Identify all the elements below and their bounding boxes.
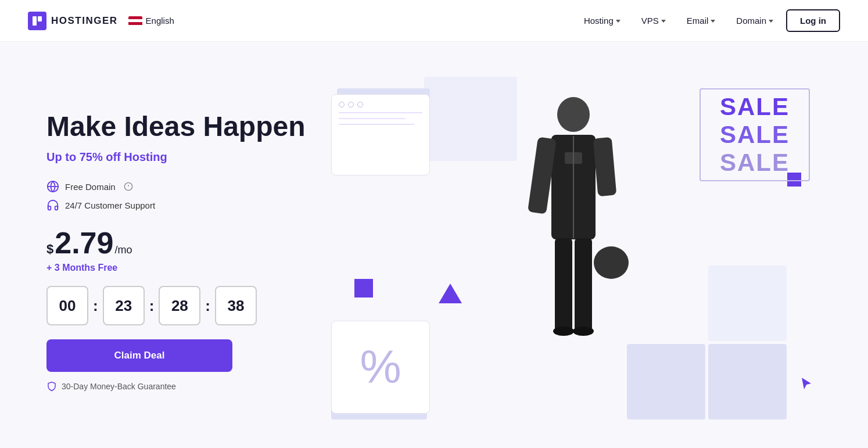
claim-deal-button[interactable]: Claim Deal <box>46 339 232 372</box>
hero-illustration: % SALE SALE SALE <box>325 77 822 425</box>
deco-block-5 <box>708 344 787 420</box>
guarantee-text: 30-Day Money-Back Guarantee <box>46 381 325 392</box>
login-button[interactable]: Log in <box>786 9 840 32</box>
nav-items: Hosting VPS Email Domain Log in <box>576 9 840 32</box>
price-amount: 2.79 <box>55 228 113 258</box>
info-icon <box>124 182 133 191</box>
free-months-label: + 3 Months Free <box>46 263 325 273</box>
svg-point-14 <box>553 327 574 336</box>
nav-email[interactable]: Email <box>679 11 724 30</box>
browser-line-3 <box>339 124 414 125</box>
feature-domain: Free Domain <box>46 180 325 193</box>
browser-line-1 <box>339 112 422 113</box>
timer-frames: 38 <box>215 286 257 325</box>
hero-section: Make Ideas Happen Up to 75% off Hosting … <box>0 42 868 448</box>
hero-content: Make Ideas Happen Up to 75% off Hosting … <box>46 110 325 392</box>
price-dollar: $ <box>46 242 53 257</box>
nav-domain-label: Domain <box>736 16 766 26</box>
discount-text: 75% <box>80 150 103 163</box>
timer-separator-3: : <box>204 297 211 315</box>
nav-hosting-label: Hosting <box>584 16 614 26</box>
timer-hours: 00 <box>46 286 88 325</box>
browser-dot-3 <box>357 102 363 107</box>
deco-block-6 <box>708 266 787 341</box>
guarantee-label: 30-Day Money-Back Guarantee <box>62 382 176 391</box>
svg-rect-12 <box>555 238 572 331</box>
svg-rect-13 <box>575 238 592 331</box>
language-selector[interactable]: English <box>128 16 174 26</box>
svg-rect-10 <box>593 137 617 196</box>
nav-email-label: Email <box>687 16 709 26</box>
browser-dot-2 <box>348 102 354 107</box>
percent-box: % <box>331 321 430 414</box>
feature-support-label: 24/7 Customer Support <box>65 200 155 210</box>
purple-triangle <box>439 284 462 303</box>
price-display: $ 2.79 /mo <box>46 228 325 258</box>
flag-icon <box>128 16 142 26</box>
deco-block-2 <box>424 77 517 161</box>
navbar: HOSTINGER English Hosting VPS Email Doma… <box>0 0 868 42</box>
browser-dot-1 <box>339 102 345 107</box>
cursor-icon <box>799 377 813 390</box>
nav-vps[interactable]: VPS <box>633 11 674 30</box>
headset-icon <box>46 199 59 212</box>
hero-title: Make Ideas Happen <box>46 110 325 142</box>
sale-text-3: SALE <box>720 149 790 176</box>
feature-support: 24/7 Customer Support <box>46 199 325 212</box>
countdown-timer: 00 : 23 : 28 : 38 <box>46 286 325 325</box>
price-period: /mo <box>114 244 132 256</box>
sale-text-2: SALE <box>720 121 790 148</box>
nav-vps-label: VPS <box>641 16 659 26</box>
browser-line-2 <box>339 118 406 119</box>
svg-point-7 <box>557 97 590 132</box>
logo-svg <box>31 15 43 27</box>
svg-point-15 <box>573 327 594 336</box>
timer-seconds: 28 <box>159 286 200 325</box>
timer-separator-1: : <box>92 297 99 315</box>
sale-box: SALE SALE SALE <box>700 88 810 181</box>
feature-domain-label: Free Domain <box>65 182 116 192</box>
browser-dots <box>339 102 422 107</box>
purple-square-1 <box>354 279 373 298</box>
subtitle-suffix: off Hosting <box>103 150 167 163</box>
chevron-down-icon <box>616 20 620 23</box>
svg-rect-0 <box>33 16 37 26</box>
person-illustration <box>515 83 632 361</box>
svg-rect-17 <box>565 152 582 164</box>
nav-domain[interactable]: Domain <box>728 11 781 30</box>
svg-rect-1 <box>38 16 42 21</box>
timer-separator-2: : <box>148 297 156 315</box>
shield-icon <box>46 381 57 392</box>
browser-mockup <box>331 94 430 175</box>
features-list: Free Domain 24/7 Customer Support <box>46 180 325 212</box>
chevron-down-icon <box>769 20 773 23</box>
logo-icon <box>28 12 46 30</box>
chevron-down-icon <box>711 20 715 23</box>
language-label: English <box>146 16 174 26</box>
brand-name: HOSTINGER <box>51 15 118 27</box>
subtitle-prefix: Up to <box>46 150 80 163</box>
svg-point-11 <box>594 246 629 279</box>
percent-sign: % <box>360 344 401 390</box>
logo[interactable]: HOSTINGER <box>28 12 118 30</box>
deco-block-4 <box>627 344 705 420</box>
sale-text-1: SALE <box>720 94 790 120</box>
nav-hosting[interactable]: Hosting <box>576 11 629 30</box>
globe-icon <box>46 180 59 193</box>
timer-minutes: 23 <box>103 286 145 325</box>
chevron-down-icon <box>661 20 666 23</box>
hero-subtitle: Up to 75% off Hosting <box>46 150 325 164</box>
